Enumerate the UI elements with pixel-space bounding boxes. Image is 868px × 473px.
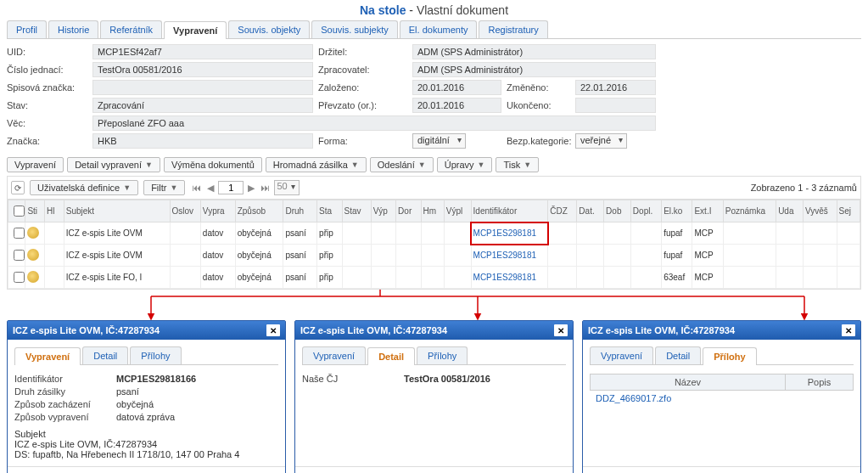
grid-summary: Zobrazeno 1 - 3 záznamů (751, 183, 857, 193)
value-zprac: ADM (SPS Administrátor) (412, 62, 656, 77)
pager-next-icon[interactable]: ▶ (246, 183, 256, 194)
reload-icon[interactable]: ⟳ (11, 181, 25, 194)
btn-upravy[interactable]: Úpravy▼ (437, 157, 493, 172)
value-sz (92, 80, 313, 95)
subject-heading: Subjekt (14, 429, 278, 439)
tab-historie[interactable]: Historie (48, 20, 98, 38)
page-title: Na stole - Vlastní dokument (7, 0, 861, 20)
label-drzitel: Držitel: (318, 47, 407, 57)
grid-select-all[interactable] (14, 206, 25, 217)
btn-user-definition[interactable]: Uživatelská definice▼ (30, 180, 138, 195)
btn-detail-vypraveni[interactable]: Detail vypravení▼ (67, 157, 160, 172)
pager-page-input[interactable] (218, 181, 244, 194)
btn-vypraveni[interactable]: Vypravení (7, 157, 64, 172)
inner-tab-vypraveni[interactable]: Vypravení (590, 346, 653, 364)
grid-ident-link[interactable]: MCP1ES298181 (471, 222, 548, 245)
value-uid: MCP1ESf42af7 (92, 44, 313, 59)
select-bezp[interactable]: veřejné (575, 133, 627, 149)
inner-tab-vypraveni[interactable]: Vypravení (14, 347, 81, 365)
chevron-down-icon: ▼ (145, 160, 153, 169)
subject-line: ICZ e-spis Lite OVM, IČ:47287934 (14, 439, 278, 449)
inner-tab-prilohy[interactable]: Přílohy (703, 347, 756, 365)
col-popis[interactable]: Popis (786, 374, 854, 391)
chevron-down-icon: ▼ (170, 183, 177, 192)
btn-tisk[interactable]: Tisk▼ (496, 157, 539, 172)
value-zmeneno: 22.01.2016 (575, 80, 656, 95)
label-uid: UID: (7, 47, 87, 57)
tab-souvis-objekty[interactable]: Souvis. objekty (228, 20, 310, 38)
tab-profil[interactable]: Profil (7, 20, 47, 38)
label-forma: Forma: (318, 136, 407, 146)
value-zalozeno: 20.01.2016 (412, 80, 501, 95)
page-title-context: Na stole (360, 3, 406, 17)
btn-odeslani[interactable]: Odeslání▼ (370, 157, 434, 172)
label-znacka: Značka: (7, 136, 87, 146)
chevron-down-icon: ▼ (524, 160, 531, 169)
close-icon[interactable]: ✕ (842, 324, 855, 336)
inner-tab-prilohy[interactable]: Přílohy (130, 346, 181, 364)
table-row[interactable]: ICZ e-spis Lite OVM datov obyčejná psaní… (8, 222, 860, 245)
row-checkbox[interactable] (14, 228, 25, 239)
pager-prev-icon[interactable]: ◀ (205, 183, 216, 194)
grid-ident-link[interactable]: MCP1ES298181 (471, 267, 548, 289)
chevron-down-icon: ▼ (478, 160, 485, 169)
grid-toolbar: ⟳ Uživatelská definice▼ Filtr▼ ⏮ ◀ ▶ ⏭ 5… (7, 176, 861, 200)
table-row[interactable]: ICZ e-spis Lite OVM datov obyčejná psaní… (8, 245, 860, 267)
row-checkbox[interactable] (14, 250, 25, 261)
label-prevzato: Převzato (or.): (318, 100, 407, 110)
table-row[interactable]: DDZ_4669017.zfo (591, 391, 854, 407)
grid-ident-link[interactable]: MCP1ES298181 (471, 245, 548, 267)
col-nazev[interactable]: Název (591, 374, 786, 391)
panel-title: ICZ e-spis Lite OVM, IČ:47287934 (588, 325, 735, 335)
status-icon (27, 249, 39, 261)
value-drzitel: ADM (SPS Administrátor) (412, 44, 656, 59)
btn-hromadna-zasilka[interactable]: Hromadná zásilka▼ (266, 157, 367, 172)
grid-header-row: Sti Hl Subjekt Oslov Vypra Způsob Druh S… (8, 200, 860, 222)
label-sz: Spisová značka: (7, 82, 87, 93)
value-stav: Zpracování (92, 98, 313, 113)
value-prevzato: 20.01.2016 (412, 98, 501, 113)
annotation-arrows (7, 290, 861, 320)
label-zprac: Zpracovatel: (318, 65, 407, 75)
btn-filter[interactable]: Filtr▼ (143, 180, 185, 195)
inner-tab-detail[interactable]: Detail (367, 347, 415, 365)
value-vec: Přeposlané ZFO aaa (92, 115, 656, 131)
btn-vymena-dokumentu[interactable]: Výměna dokumentů (164, 157, 262, 172)
panel-vypraveni: ICZ e-spis Lite OVM, IČ:47287934 ✕ Vypra… (7, 320, 286, 473)
pager-first-icon[interactable]: ⏮ (190, 183, 203, 193)
panel-prilohy: ICZ e-spis Lite OVM, IČ:47287934 ✕ Vypra… (582, 320, 861, 473)
label-zalozeno: Založeno: (318, 82, 407, 93)
inner-tab-prilohy[interactable]: Přílohy (417, 346, 468, 364)
tab-referatnik[interactable]: Referátník (100, 20, 162, 38)
tab-souvis-subjekty[interactable]: Souvis. subjekty (311, 20, 397, 38)
inner-tab-detail[interactable]: Detail (82, 346, 128, 364)
close-icon[interactable]: ✕ (266, 324, 280, 336)
close-icon[interactable]: ✕ (554, 324, 568, 336)
label-zmeneno: Změněno: (507, 82, 570, 93)
status-icon (27, 271, 39, 283)
document-form: UID: MCP1ESf42af7 Držitel: ADM (SPS Admi… (7, 39, 861, 154)
row-checkbox[interactable] (14, 272, 25, 283)
tab-registratury[interactable]: Registratury (479, 20, 547, 38)
pager-last-icon[interactable]: ⏭ (259, 183, 272, 193)
page-title-main: Vlastní dokument (417, 3, 508, 17)
tab-el-dokumenty[interactable]: El. dokumenty (400, 20, 478, 38)
pager: ⏮ ◀ ▶ ⏭ 50 (190, 180, 300, 195)
tab-vypraveni[interactable]: Vypravení (164, 21, 227, 39)
action-toolbar: Vypravení Detail vypravení▼ Výměna dokum… (7, 154, 861, 176)
pager-pagesize-select[interactable]: 50 (274, 180, 300, 195)
label-vec: Věc: (7, 118, 87, 128)
chevron-down-icon: ▼ (123, 183, 131, 192)
status-icon (27, 227, 39, 239)
dispatch-grid: Sti Hl Subjekt Oslov Vypra Způsob Druh S… (7, 200, 861, 290)
panel-detail: ICZ e-spis Lite OVM, IČ:47287934 ✕ Vypra… (294, 320, 574, 473)
label-cj: Číslo jednací: (7, 65, 87, 75)
table-row[interactable]: ICZ e-spis Lite FO, I datov obyčejná psa… (8, 267, 860, 289)
select-forma[interactable]: digitální (412, 133, 466, 149)
inner-tab-detail[interactable]: Detail (655, 346, 701, 364)
label-stav: Stav: (7, 100, 87, 110)
value-znacka: HKB (92, 133, 313, 149)
value-ukonceno (575, 98, 656, 113)
inner-tab-vypraveni[interactable]: Vypravení (302, 346, 366, 364)
attachment-link[interactable]: DDZ_4669017.zfo (591, 391, 786, 407)
